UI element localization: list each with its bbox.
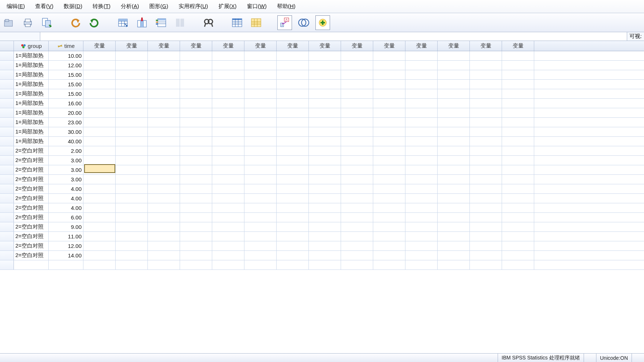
cell-blank[interactable] — [373, 118, 405, 127]
cell-blank[interactable] — [373, 108, 405, 117]
cell-blank[interactable] — [212, 194, 244, 203]
table-row[interactable]: 1=局部加热15.00 — [0, 80, 644, 89]
cell-blank[interactable] — [180, 175, 212, 184]
cell-blank[interactable] — [341, 99, 373, 108]
table-row[interactable]: 1=局部加热15.00 — [0, 70, 644, 80]
cell-blank[interactable] — [502, 127, 534, 136]
cell-blank[interactable] — [277, 127, 309, 136]
cell-blank[interactable] — [148, 137, 180, 146]
row-number[interactable] — [0, 213, 14, 222]
cell-time[interactable]: 15.00 — [49, 89, 83, 98]
cell-time[interactable]: 12.00 — [49, 61, 83, 70]
cell-blank[interactable] — [180, 127, 212, 136]
cell-blank[interactable] — [277, 146, 309, 155]
cell-blank[interactable] — [148, 156, 180, 165]
cell-blank[interactable] — [405, 203, 438, 212]
menu-h[interactable]: 帮助(H) — [272, 1, 301, 11]
cell-blank[interactable] — [502, 80, 534, 89]
value-labels-toggle[interactable]: A1 — [277, 15, 292, 30]
cell-blank[interactable] — [212, 232, 244, 241]
run-pending-button[interactable] — [173, 15, 187, 30]
table-row[interactable]: 2=空白对照12.00 — [0, 241, 644, 251]
cell-time[interactable]: 2.00 — [49, 146, 83, 155]
table-row[interactable]: 1=局部加热16.00 — [0, 99, 644, 108]
cell-blank[interactable] — [438, 108, 470, 117]
cell-blank[interactable] — [180, 51, 212, 60]
cell-blank[interactable] — [341, 213, 373, 222]
cell-blank[interactable] — [470, 213, 502, 222]
cell-blank[interactable] — [83, 61, 116, 70]
table-row[interactable]: 2=空白对照9.00 — [0, 222, 644, 232]
cell-blank[interactable] — [438, 70, 470, 79]
cell-blank[interactable] — [470, 127, 502, 136]
column-header-blank[interactable]: 变量 — [438, 41, 470, 51]
cell-blank[interactable] — [244, 241, 277, 250]
cell-blank[interactable] — [502, 108, 534, 117]
cell-blank[interactable] — [502, 156, 534, 165]
cell-blank[interactable] — [341, 108, 373, 117]
cell-blank[interactable] — [180, 241, 212, 250]
cell-blank[interactable] — [277, 99, 309, 108]
cell-blank[interactable] — [244, 203, 277, 212]
cell-blank[interactable] — [212, 118, 244, 127]
cell-group[interactable]: 2=空白对照 — [14, 222, 49, 231]
cell-blank[interactable] — [116, 51, 148, 60]
column-header-blank[interactable]: 变量 — [212, 41, 244, 51]
column-header-blank[interactable]: 变量 — [148, 41, 180, 51]
cell-blank[interactable] — [212, 108, 244, 117]
cell-blank[interactable] — [309, 118, 341, 127]
row-number[interactable] — [0, 260, 14, 269]
cell-blank[interactable] — [341, 165, 373, 174]
cell-blank[interactable] — [438, 137, 470, 146]
cell-blank[interactable] — [148, 61, 180, 70]
cell-blank[interactable] — [373, 184, 405, 193]
table-row[interactable]: 1=局部加热10.00 — [0, 51, 644, 61]
table-row[interactable]: 1=局部加热15.00 — [0, 89, 644, 99]
cell-blank[interactable] — [180, 260, 212, 269]
cell-edit-input[interactable] — [40, 32, 627, 41]
cell-group[interactable]: 1=局部加热 — [14, 89, 49, 98]
cell-blank[interactable] — [277, 118, 309, 127]
cell-blank[interactable] — [83, 165, 116, 174]
cell-blank[interactable] — [83, 89, 116, 98]
cell-blank[interactable] — [438, 127, 470, 136]
row-number[interactable] — [0, 184, 14, 193]
cell-blank[interactable] — [116, 175, 148, 184]
cell-blank[interactable] — [470, 118, 502, 127]
cell-blank[interactable] — [405, 260, 438, 269]
menu-t[interactable]: 转换(T) — [87, 1, 116, 11]
cell-blank[interactable] — [373, 232, 405, 241]
cell-blank[interactable] — [148, 260, 180, 269]
cell-blank[interactable] — [277, 194, 309, 203]
cell-blank[interactable] — [148, 89, 180, 98]
cell-blank[interactable] — [341, 222, 373, 231]
cell-blank[interactable] — [116, 165, 148, 174]
cell-blank[interactable] — [341, 156, 373, 165]
cell-blank[interactable] — [309, 203, 341, 212]
cell-blank[interactable] — [212, 260, 244, 269]
table-row[interactable]: 1=局部加热30.00 — [0, 127, 644, 137]
cell-blank[interactable] — [438, 241, 470, 250]
variables-button[interactable] — [154, 15, 168, 30]
cell-group[interactable]: 2=空白对照 — [14, 175, 49, 184]
cell-group[interactable]: 2=空白对照 — [14, 194, 49, 203]
cell-blank[interactable] — [212, 241, 244, 250]
row-number[interactable] — [0, 241, 14, 250]
cell-blank[interactable] — [83, 175, 116, 184]
row-number[interactable] — [0, 118, 14, 127]
cell-blank[interactable] — [180, 99, 212, 108]
cell-blank[interactable] — [277, 260, 309, 269]
row-number[interactable] — [0, 61, 14, 70]
cell-blank[interactable] — [244, 51, 277, 60]
cell-blank[interactable] — [405, 241, 438, 250]
table-row[interactable]: 1=局部加热12.00 — [0, 61, 644, 70]
cell-blank[interactable] — [244, 118, 277, 127]
table-row[interactable]: 2=空白对照11.00 — [0, 232, 644, 241]
cell-blank[interactable] — [116, 184, 148, 193]
cell-blank[interactable] — [116, 222, 148, 231]
show-all-variables-button[interactable] — [315, 15, 330, 30]
cell-blank[interactable] — [405, 222, 438, 231]
menu-g[interactable]: 图形(G) — [144, 1, 173, 11]
cell-time[interactable]: 40.00 — [49, 137, 83, 146]
redo-button[interactable] — [87, 15, 102, 30]
